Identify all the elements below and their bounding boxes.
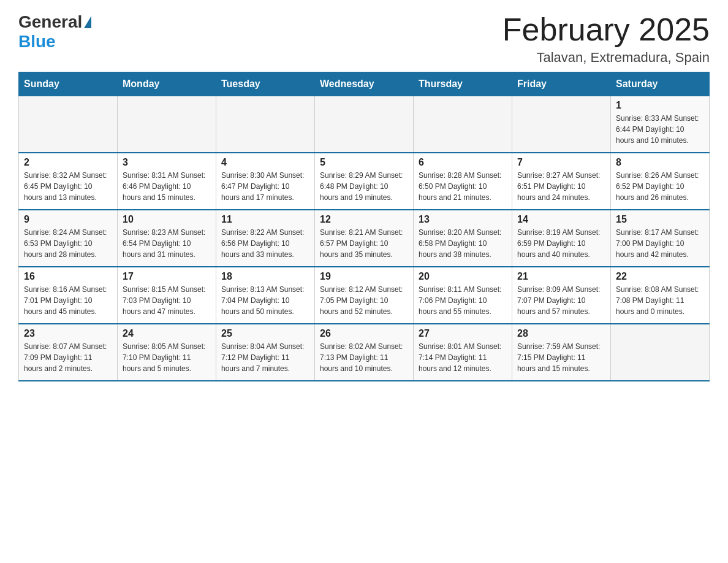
day-info: Sunrise: 8:13 AM Sunset: 7:04 PM Dayligh… [221, 284, 309, 317]
day-info: Sunrise: 8:33 AM Sunset: 6:44 PM Dayligh… [616, 113, 704, 146]
day-cell: 15Sunrise: 8:17 AM Sunset: 7:00 PM Dayli… [611, 210, 710, 267]
day-cell: 11Sunrise: 8:22 AM Sunset: 6:56 PM Dayli… [216, 210, 315, 267]
day-cell: 19Sunrise: 8:12 AM Sunset: 7:05 PM Dayli… [315, 267, 414, 324]
day-number: 21 [517, 271, 605, 282]
day-number: 28 [517, 328, 605, 339]
day-cell: 14Sunrise: 8:19 AM Sunset: 6:59 PM Dayli… [512, 210, 611, 267]
day-info: Sunrise: 8:07 AM Sunset: 7:09 PM Dayligh… [24, 341, 112, 374]
header-sunday: Sunday [19, 72, 118, 96]
day-info: Sunrise: 7:59 AM Sunset: 7:15 PM Dayligh… [517, 341, 605, 374]
day-info: Sunrise: 8:32 AM Sunset: 6:45 PM Dayligh… [24, 170, 112, 203]
week-row-1: 2Sunrise: 8:32 AM Sunset: 6:45 PM Daylig… [19, 153, 710, 210]
day-number: 6 [419, 157, 507, 168]
day-cell: 28Sunrise: 7:59 AM Sunset: 7:15 PM Dayli… [512, 324, 611, 381]
day-number: 24 [123, 328, 211, 339]
day-number: 7 [517, 157, 605, 168]
day-number: 11 [221, 214, 309, 225]
logo-general: General [18, 12, 82, 32]
day-info: Sunrise: 8:28 AM Sunset: 6:50 PM Dayligh… [419, 170, 507, 203]
day-cell [512, 96, 611, 153]
day-number: 2 [24, 157, 112, 168]
day-number: 22 [616, 271, 704, 282]
week-row-2: 9Sunrise: 8:24 AM Sunset: 6:53 PM Daylig… [19, 210, 710, 267]
day-number: 18 [221, 271, 309, 282]
header-saturday: Saturday [611, 72, 710, 96]
day-cell [118, 96, 216, 153]
day-number: 13 [419, 214, 507, 225]
day-info: Sunrise: 8:01 AM Sunset: 7:14 PM Dayligh… [419, 341, 507, 374]
day-number: 27 [419, 328, 507, 339]
day-cell: 2Sunrise: 8:32 AM Sunset: 6:45 PM Daylig… [19, 153, 118, 210]
week-row-0: 1Sunrise: 8:33 AM Sunset: 6:44 PM Daylig… [19, 96, 710, 153]
day-cell: 24Sunrise: 8:05 AM Sunset: 7:10 PM Dayli… [118, 324, 216, 381]
day-info: Sunrise: 8:23 AM Sunset: 6:54 PM Dayligh… [123, 227, 211, 260]
day-cell: 5Sunrise: 8:29 AM Sunset: 6:48 PM Daylig… [315, 153, 414, 210]
day-number: 20 [419, 271, 507, 282]
day-info: Sunrise: 8:11 AM Sunset: 7:06 PM Dayligh… [419, 284, 507, 317]
day-cell [216, 96, 315, 153]
header-monday: Monday [118, 72, 216, 96]
day-number: 14 [517, 214, 605, 225]
day-number: 10 [123, 214, 211, 225]
day-cell: 20Sunrise: 8:11 AM Sunset: 7:06 PM Dayli… [414, 267, 512, 324]
day-info: Sunrise: 8:26 AM Sunset: 6:52 PM Dayligh… [616, 170, 704, 203]
day-cell: 10Sunrise: 8:23 AM Sunset: 6:54 PM Dayli… [118, 210, 216, 267]
day-number: 9 [24, 214, 112, 225]
day-info: Sunrise: 8:15 AM Sunset: 7:03 PM Dayligh… [123, 284, 211, 317]
header-thursday: Thursday [414, 72, 512, 96]
day-info: Sunrise: 8:16 AM Sunset: 7:01 PM Dayligh… [24, 284, 112, 317]
day-cell: 23Sunrise: 8:07 AM Sunset: 7:09 PM Dayli… [19, 324, 118, 381]
day-cell: 13Sunrise: 8:20 AM Sunset: 6:58 PM Dayli… [414, 210, 512, 267]
calendar-subtitle: Talavan, Extremadura, Spain [502, 50, 710, 66]
calendar-title: February 2025 [502, 12, 710, 47]
header-tuesday: Tuesday [216, 72, 315, 96]
day-number: 12 [320, 214, 408, 225]
day-info: Sunrise: 8:19 AM Sunset: 6:59 PM Dayligh… [517, 227, 605, 260]
day-info: Sunrise: 8:20 AM Sunset: 6:58 PM Dayligh… [419, 227, 507, 260]
day-number: 16 [24, 271, 112, 282]
day-cell: 9Sunrise: 8:24 AM Sunset: 6:53 PM Daylig… [19, 210, 118, 267]
day-number: 4 [221, 157, 309, 168]
day-cell: 3Sunrise: 8:31 AM Sunset: 6:46 PM Daylig… [118, 153, 216, 210]
week-row-3: 16Sunrise: 8:16 AM Sunset: 7:01 PM Dayli… [19, 267, 710, 324]
day-number: 8 [616, 157, 704, 168]
day-number: 23 [24, 328, 112, 339]
day-cell [611, 324, 710, 381]
calendar-table: SundayMondayTuesdayWednesdayThursdayFrid… [18, 72, 710, 381]
day-number: 19 [320, 271, 408, 282]
day-number: 15 [616, 214, 704, 225]
day-cell: 21Sunrise: 8:09 AM Sunset: 7:07 PM Dayli… [512, 267, 611, 324]
day-cell: 7Sunrise: 8:27 AM Sunset: 6:51 PM Daylig… [512, 153, 611, 210]
logo-text: General [18, 12, 93, 32]
day-cell: 26Sunrise: 8:02 AM Sunset: 7:13 PM Dayli… [315, 324, 414, 381]
day-cell: 18Sunrise: 8:13 AM Sunset: 7:04 PM Dayli… [216, 267, 315, 324]
day-info: Sunrise: 8:31 AM Sunset: 6:46 PM Dayligh… [123, 170, 211, 203]
day-cell [315, 96, 414, 153]
day-info: Sunrise: 8:05 AM Sunset: 7:10 PM Dayligh… [123, 341, 211, 374]
day-cell: 25Sunrise: 8:04 AM Sunset: 7:12 PM Dayli… [216, 324, 315, 381]
day-number: 17 [123, 271, 211, 282]
day-info: Sunrise: 8:12 AM Sunset: 7:05 PM Dayligh… [320, 284, 408, 317]
day-number: 5 [320, 157, 408, 168]
day-cell: 1Sunrise: 8:33 AM Sunset: 6:44 PM Daylig… [611, 96, 710, 153]
day-cell: 16Sunrise: 8:16 AM Sunset: 7:01 PM Dayli… [19, 267, 118, 324]
week-row-4: 23Sunrise: 8:07 AM Sunset: 7:09 PM Dayli… [19, 324, 710, 381]
title-section: February 2025 Talavan, Extremadura, Spai… [502, 12, 710, 66]
day-cell: 27Sunrise: 8:01 AM Sunset: 7:14 PM Dayli… [414, 324, 512, 381]
day-info: Sunrise: 8:21 AM Sunset: 6:57 PM Dayligh… [320, 227, 408, 260]
day-number: 1 [616, 100, 704, 111]
day-info: Sunrise: 8:02 AM Sunset: 7:13 PM Dayligh… [320, 341, 408, 374]
day-info: Sunrise: 8:22 AM Sunset: 6:56 PM Dayligh… [221, 227, 309, 260]
day-info: Sunrise: 8:24 AM Sunset: 6:53 PM Dayligh… [24, 227, 112, 260]
page-header: General Blue February 2025 Talavan, Extr… [18, 12, 710, 66]
day-cell: 6Sunrise: 8:28 AM Sunset: 6:50 PM Daylig… [414, 153, 512, 210]
day-info: Sunrise: 8:29 AM Sunset: 6:48 PM Dayligh… [320, 170, 408, 203]
day-cell: 17Sunrise: 8:15 AM Sunset: 7:03 PM Dayli… [118, 267, 216, 324]
day-info: Sunrise: 8:09 AM Sunset: 7:07 PM Dayligh… [517, 284, 605, 317]
header-wednesday: Wednesday [315, 72, 414, 96]
day-cell: 22Sunrise: 8:08 AM Sunset: 7:08 PM Dayli… [611, 267, 710, 324]
day-cell [414, 96, 512, 153]
logo-blue: Blue [18, 32, 56, 52]
day-info: Sunrise: 8:08 AM Sunset: 7:08 PM Dayligh… [616, 284, 704, 317]
day-cell: 12Sunrise: 8:21 AM Sunset: 6:57 PM Dayli… [315, 210, 414, 267]
